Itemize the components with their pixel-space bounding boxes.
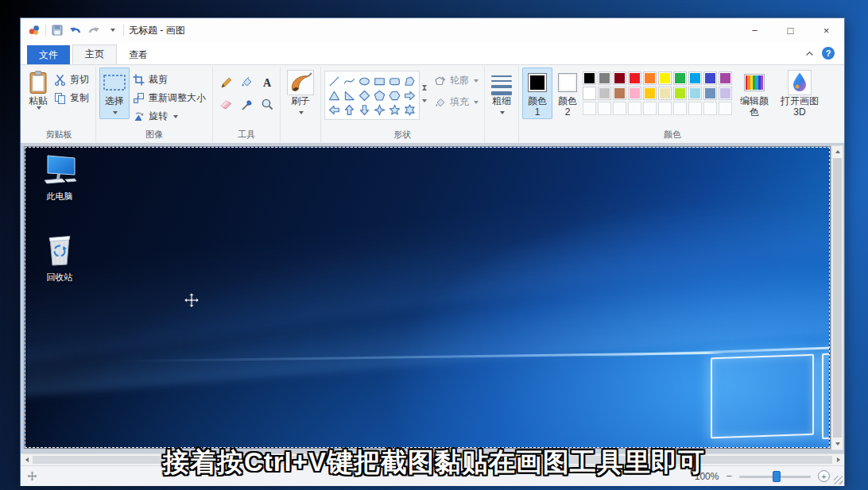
collapse-ribbon-button[interactable] — [805, 46, 814, 60]
palette-swatch[interactable] — [628, 71, 641, 85]
customize-toolbar-dropdown[interactable] — [105, 22, 119, 38]
undo-button[interactable] — [68, 22, 83, 38]
paint-window: 无标题 - 画图 − □ × 文件 主页 查看 ? — [20, 17, 845, 486]
tool-grid: A — [216, 68, 277, 114]
color1-button[interactable]: 颜色 1 — [522, 68, 552, 119]
palette-swatch[interactable] — [658, 87, 672, 100]
tool-color-picker-button[interactable] — [237, 94, 256, 114]
edit-colors-button[interactable]: 编辑颜色 — [737, 68, 772, 119]
shape-polygon-icon — [404, 75, 416, 87]
brush-icon — [287, 70, 314, 95]
fill-button[interactable]: 填充 — [434, 95, 479, 109]
vertical-scroll-thumb[interactable] — [833, 158, 842, 438]
outline-pen-icon — [434, 75, 447, 87]
tab-view[interactable]: 查看 — [117, 45, 160, 64]
save-button[interactable] — [50, 22, 64, 38]
palette-empty-slot[interactable] — [719, 102, 732, 115]
shape-star-5-button[interactable] — [387, 102, 402, 117]
shape-arrow-up-button[interactable] — [342, 102, 357, 117]
size-button[interactable]: 粗细 — [488, 68, 515, 119]
cut-button[interactable]: 剪切 — [51, 71, 92, 89]
shape-line-button[interactable] — [327, 74, 342, 88]
shape-right-triangle-button[interactable] — [342, 88, 357, 102]
palette-swatch[interactable] — [613, 71, 626, 85]
tool-eraser-button[interactable] — [216, 94, 235, 114]
tab-home[interactable]: 主页 — [72, 44, 117, 64]
palette-swatch[interactable] — [583, 87, 596, 100]
shape-arrow-down-button[interactable] — [357, 102, 372, 117]
palette-swatch[interactable] — [658, 71, 672, 85]
tool-magnifier-button[interactable] — [258, 94, 277, 114]
paste-button[interactable]: 粘贴 — [25, 68, 51, 110]
palette-swatch[interactable] — [703, 87, 717, 100]
shape-polygon-button[interactable] — [402, 74, 417, 88]
pasted-screenshot-selection[interactable]: 此电脑 回收站 — [25, 147, 830, 448]
palette-empty-slot[interactable] — [658, 102, 672, 115]
palette-swatch[interactable] — [688, 71, 702, 85]
palette-swatch[interactable] — [643, 71, 657, 85]
colors-group-label: 颜色 — [522, 127, 823, 143]
shape-rectangle-button[interactable] — [372, 74, 387, 88]
shape-ellipse-button[interactable] — [357, 74, 372, 88]
palette-swatch[interactable] — [673, 71, 687, 85]
shape-curve-button[interactable] — [342, 74, 357, 88]
redo-button[interactable] — [87, 22, 101, 38]
vertical-scrollbar[interactable] — [831, 145, 843, 450]
palette-swatch[interactable] — [643, 87, 657, 100]
maximize-button[interactable]: □ — [773, 18, 808, 42]
shapes-more-button[interactable] — [422, 102, 427, 117]
color2-button[interactable]: 颜色 2 — [552, 68, 583, 119]
palette-swatch[interactable] — [703, 71, 717, 85]
shape-triangle-button[interactable] — [327, 88, 342, 102]
tool-pencil-button[interactable] — [216, 71, 235, 92]
tool-fill-button[interactable] — [237, 71, 256, 92]
palette-empty-slot[interactable] — [643, 102, 657, 115]
palette-swatch[interactable] — [613, 87, 626, 100]
palette-empty-slot[interactable] — [628, 102, 641, 115]
tab-file[interactable]: 文件 — [27, 45, 70, 64]
shape-star-4-button[interactable] — [372, 102, 387, 117]
wallpaper-light-beam — [25, 156, 830, 366]
palette-empty-slot[interactable] — [688, 102, 702, 115]
close-button[interactable]: × — [808, 18, 844, 42]
shape-rounded-rectangle-icon — [389, 75, 401, 87]
minimize-button[interactable]: − — [737, 18, 773, 42]
shape-diamond-icon — [358, 90, 370, 102]
shape-hexagon-button[interactable] — [387, 88, 402, 102]
palette-empty-slot[interactable] — [598, 102, 611, 115]
shape-arrow-left-button[interactable] — [327, 102, 342, 117]
crop-button[interactable]: 裁剪 — [130, 71, 209, 89]
resize-button[interactable]: 重新调整大小 — [130, 89, 209, 107]
palette-empty-slot[interactable] — [673, 102, 687, 115]
palette-swatch[interactable] — [719, 87, 732, 100]
rotate-button[interactable]: 旋转 — [130, 107, 209, 125]
desktop-icon-recycle-bin: 回收站 — [37, 232, 83, 284]
palette-swatch[interactable] — [719, 71, 732, 85]
shape-star-4-icon — [374, 104, 386, 116]
palette-swatch[interactable] — [598, 87, 611, 100]
image-group-label: 图像 — [99, 127, 209, 143]
shape-pentagon-button[interactable] — [372, 88, 387, 102]
brushes-button[interactable]: 刷子 — [284, 68, 317, 119]
palette-swatch[interactable] — [673, 87, 687, 100]
group-shapes: 轮廓 填充 形状 — [321, 67, 485, 143]
select-button[interactable]: 选择 — [99, 68, 130, 119]
palette-swatch[interactable] — [628, 87, 641, 100]
shape-star-6-button[interactable] — [402, 102, 417, 117]
shape-rounded-rectangle-button[interactable] — [387, 74, 402, 88]
outline-button[interactable]: 轮廓 — [434, 74, 479, 87]
palette-swatch[interactable] — [688, 87, 702, 100]
palette-empty-slot[interactable] — [703, 102, 717, 115]
shape-arrow-right-button[interactable] — [402, 88, 417, 102]
scroll-up-button[interactable] — [832, 146, 843, 157]
palette-swatch[interactable] — [598, 71, 611, 85]
copy-button[interactable]: 复制 — [51, 89, 92, 107]
help-icon[interactable]: ? — [822, 47, 835, 60]
shape-diamond-button[interactable] — [357, 88, 372, 102]
brushes-label: 刷子 — [290, 95, 311, 118]
palette-empty-slot[interactable] — [583, 102, 596, 115]
tool-text-button[interactable]: A — [258, 71, 277, 92]
palette-swatch[interactable] — [583, 71, 596, 85]
palette-empty-slot[interactable] — [613, 102, 626, 115]
open-paint3d-button[interactable]: 打开画图 3D — [777, 68, 823, 119]
